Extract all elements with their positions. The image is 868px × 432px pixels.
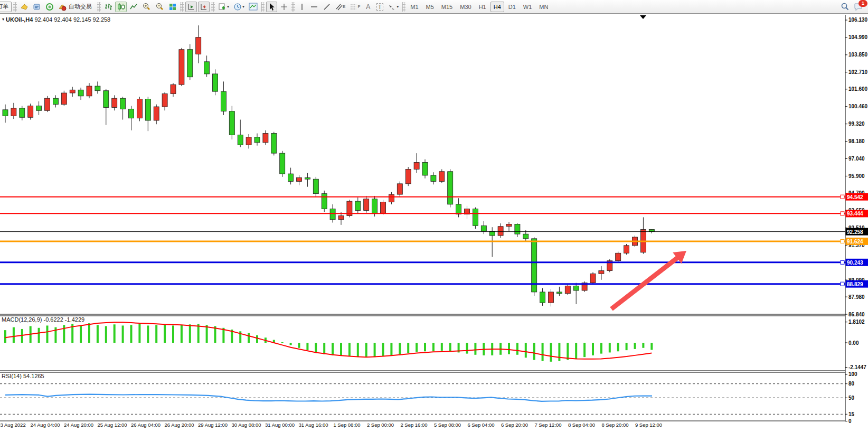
tile-windows-icon[interactable] (167, 2, 178, 12)
time-axis-label[interactable]: 2 Sep 16:00 (400, 422, 427, 428)
candle (448, 169, 453, 207)
timeframe-button-m30[interactable]: M30 (457, 2, 474, 12)
rsi-tick-label: 80 (848, 381, 855, 387)
timeframe-button-w1[interactable]: W1 (520, 2, 535, 12)
time-axis-label[interactable]: 1 Sep 08:00 (333, 422, 360, 428)
macd-tick-label: -2.1447 (848, 364, 866, 370)
price-level-badge-label: 94.542 (847, 194, 863, 200)
candle (640, 217, 646, 253)
time-axis-label[interactable]: 25 Aug 12:00 (98, 422, 127, 428)
candle (145, 97, 150, 131)
navigator-icon[interactable] (44, 2, 55, 12)
arrows-tool-icon[interactable]: ▾ (386, 2, 400, 12)
chart-canvas[interactable]: 106.130104.990103.850102.710101.600100.4… (0, 0, 868, 432)
bar-chart-mode-icon[interactable] (102, 2, 114, 12)
annotation-arrow-shaft[interactable] (611, 256, 681, 309)
candle (78, 88, 83, 100)
time-axis-label[interactable]: 6 Sep 20:00 (501, 422, 528, 428)
rsi-tick-label: 15 (848, 411, 855, 417)
candle (397, 182, 402, 197)
level-line-handle[interactable] (841, 239, 844, 243)
toolbar-grip (180, 2, 184, 12)
timeframe-button-m5[interactable]: M5 (423, 2, 437, 12)
time-axis-label[interactable]: 24 Aug 04:00 (31, 422, 60, 428)
chart-shift-icon[interactable] (198, 2, 210, 12)
vertical-line-tool-icon[interactable] (297, 2, 307, 12)
period-clock-button[interactable]: ▾ (232, 2, 246, 12)
cursor-tool-icon[interactable] (266, 2, 277, 12)
candle (246, 134, 251, 148)
crosshair-tool-icon[interactable] (278, 2, 290, 12)
price-level-badge-label: 91.624 (847, 239, 863, 245)
time-axis-label[interactable]: 24 Aug 20:00 (64, 422, 93, 428)
new-order-button[interactable]: 订单 (0, 2, 12, 12)
chat-unread-badge: 1 (858, 0, 867, 7)
candle (3, 105, 8, 123)
time-axis-label[interactable]: 9 Sep 12:00 (635, 422, 662, 428)
symbol-dropdown-marker[interactable]: ▾ (2, 17, 4, 22)
horizontal-line-tool-icon[interactable] (308, 2, 320, 12)
time-axis-label[interactable]: 2 Sep 00:00 (367, 422, 394, 428)
zoom-in-icon[interactable] (140, 2, 153, 12)
line-chart-mode-icon[interactable] (128, 2, 139, 12)
auto-scroll-icon[interactable] (185, 2, 197, 12)
candle (162, 92, 167, 111)
timeframe-button-m15[interactable]: M15 (438, 2, 456, 12)
candle (171, 83, 176, 97)
trendline-tool-icon[interactable] (321, 2, 333, 12)
timeframe-button-mn[interactable]: MN (536, 2, 551, 12)
time-axis-label[interactable]: 31 Aug 16:00 (299, 422, 328, 428)
candle (549, 289, 554, 306)
toolbar-grip (261, 2, 265, 12)
fibonacci-tool-icon[interactable]: F (348, 2, 362, 12)
timeframe-button-m1[interactable]: M1 (407, 2, 421, 12)
new-chart-button[interactable]: ▾ (216, 2, 231, 12)
price-tick-label: 103.850 (848, 52, 868, 58)
depth-of-market-icon[interactable] (31, 2, 43, 12)
candle (389, 192, 394, 204)
text-label-tool-icon[interactable]: T (374, 2, 385, 12)
candle (532, 237, 537, 296)
candle (238, 120, 243, 147)
time-axis-label[interactable]: 26 Aug 20:00 (165, 422, 194, 428)
timeframe-button-h4[interactable]: H4 (490, 2, 504, 12)
macd-name: MACD(12,26,9) (2, 316, 42, 323)
level-line-handle[interactable] (841, 282, 844, 286)
time-axis-label[interactable]: 8 Sep 04:00 (568, 422, 595, 428)
candle (556, 287, 562, 296)
candle (221, 81, 226, 115)
search-icon[interactable] (839, 2, 851, 12)
price-level-badge-label: 92.258 (847, 229, 863, 235)
timeframe-button-h1[interactable]: H1 (476, 2, 489, 12)
time-axis-label[interactable]: 31 Aug 00:00 (265, 422, 295, 428)
candle (254, 134, 260, 146)
time-axis-label[interactable]: 7 Sep 12:00 (534, 422, 561, 428)
candle (607, 259, 612, 273)
ticker-icon[interactable] (18, 2, 30, 12)
time-axis-label[interactable]: 30 Aug 08:00 (232, 422, 261, 428)
candle (204, 55, 210, 77)
candle (431, 172, 436, 184)
timeframe-button-d1[interactable]: D1 (505, 2, 519, 12)
time-axis-label[interactable]: 29 Aug 12:00 (198, 422, 228, 428)
time-axis-label[interactable]: 6 Sep 04:00 (467, 422, 494, 428)
text-tool-icon[interactable]: A (363, 2, 373, 12)
channel-tool-icon[interactable]: E (334, 2, 347, 12)
auto-trading-button[interactable]: 自动交易 (56, 2, 96, 12)
zoom-out-icon[interactable] (154, 2, 166, 12)
candle (297, 175, 302, 185)
template-icon[interactable] (247, 2, 259, 12)
level-line-handle[interactable] (841, 260, 844, 264)
level-line-handle[interactable] (841, 212, 844, 215)
time-axis-label[interactable]: 23 Aug 2022 (0, 422, 26, 428)
time-axis-label[interactable]: 8 Sep 20:00 (601, 422, 628, 428)
candlestick-mode-icon[interactable] (115, 2, 127, 12)
time-axis-label[interactable]: 5 Sep 08:00 (434, 422, 461, 428)
price-tick-label: 87.980 (848, 294, 865, 300)
chat-button[interactable]: 1 (852, 2, 865, 12)
symbol-period-label: UKOil-,H4 (6, 16, 33, 23)
time-axis-label[interactable]: 26 Aug 04:00 (131, 422, 161, 428)
level-line-handle[interactable] (841, 195, 844, 199)
price-tick-label: 100.460 (848, 104, 868, 109)
price-tick-label: 104.990 (848, 34, 868, 40)
